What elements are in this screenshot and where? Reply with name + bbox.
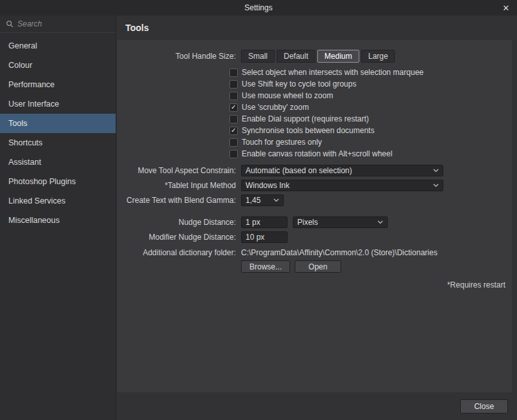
checkbox-dial-support[interactable]: Enable Dial support (requires restart) bbox=[229, 113, 512, 125]
search-icon bbox=[6, 20, 14, 28]
dropdown-value: Automatic (based on selection) bbox=[246, 166, 429, 175]
checkbox-scrubby-zoom[interactable]: ✓ Use 'scrubby' zoom bbox=[229, 101, 512, 113]
checkbox-canvas-rotation-alt-scroll[interactable]: Enable canvas rotation with Alt+scroll w… bbox=[229, 148, 512, 160]
checkbox-box[interactable]: ✓ bbox=[229, 127, 238, 135]
window-title: Settings bbox=[244, 3, 272, 12]
modifier-nudge-label: Modifier Nudge Distance: bbox=[117, 233, 241, 242]
blend-gamma-dropdown[interactable]: 1,45 bbox=[241, 194, 284, 206]
modifier-nudge-row: Modifier Nudge Distance: bbox=[117, 231, 512, 243]
move-tool-aspect-row: Move Tool Aspect Constrain: Automatic (b… bbox=[117, 165, 512, 176]
sidebar-item-performance[interactable]: Performance bbox=[0, 75, 116, 94]
checkbox-shift-cycle-tools[interactable]: Use Shift key to cycle tool groups bbox=[229, 78, 512, 90]
tool-handle-size-small[interactable]: Small bbox=[241, 50, 275, 63]
sidebar-item-tools[interactable]: Tools bbox=[0, 114, 116, 133]
dictionary-folder-path: C:\ProgramData\Affinity\Common\2.0 (Stor… bbox=[241, 248, 438, 257]
checkbox-label: Enable Dial support (requires restart) bbox=[242, 114, 369, 123]
blend-gamma-row: Create Text with Blend Gamma: 1,45 bbox=[117, 194, 512, 206]
tool-handle-size-large[interactable]: Large bbox=[361, 50, 396, 63]
move-tool-aspect-dropdown[interactable]: Automatic (based on selection) bbox=[241, 165, 443, 176]
tool-handle-size-segmented: Small Default Medium Large bbox=[241, 50, 395, 63]
nudge-distance-input[interactable] bbox=[241, 216, 288, 228]
search-input[interactable] bbox=[17, 19, 110, 28]
requires-restart-note: *Requires restart bbox=[117, 280, 512, 289]
open-button[interactable]: Open bbox=[295, 260, 341, 273]
sidebar-list: General Colour Performance User Interfac… bbox=[0, 33, 116, 230]
checkbox-box[interactable] bbox=[229, 68, 238, 77]
checkbox-sync-tools-documents[interactable]: ✓ Synchronise tools between documents bbox=[229, 125, 512, 136]
checkbox-box[interactable] bbox=[229, 80, 238, 89]
checkbox-touch-gestures-only[interactable]: Touch for gestures only bbox=[229, 136, 512, 148]
checkbox-mouse-wheel-zoom[interactable]: Use mouse wheel to zoom bbox=[229, 90, 512, 101]
dictionary-folder-row: Additional dictionary folder: C:\Program… bbox=[117, 248, 512, 257]
tool-handle-size-label: Tool Handle Size: bbox=[117, 52, 241, 61]
checkbox-label: Use mouse wheel to zoom bbox=[242, 91, 333, 100]
checkbox-box[interactable]: ✓ bbox=[229, 103, 238, 112]
checkbox-box[interactable] bbox=[229, 138, 238, 147]
sidebar-item-colour[interactable]: Colour bbox=[0, 56, 116, 75]
sidebar-item-photoshop-plugins[interactable]: Photoshop Plugins bbox=[0, 172, 116, 191]
checkbox-select-object-intersects[interactable]: Select object when intersects with selec… bbox=[229, 67, 512, 78]
sidebar-item-linked-services[interactable]: Linked Services bbox=[0, 191, 116, 211]
dialog-footer: Close bbox=[116, 392, 517, 420]
dictionary-buttons-row: Browse... Open bbox=[241, 260, 512, 273]
nudge-distance-row: Nudge Distance: Pixels bbox=[117, 216, 512, 228]
checkbox-box[interactable] bbox=[229, 150, 238, 158]
chevron-down-icon bbox=[433, 184, 439, 187]
sidebar-item-shortcuts[interactable]: Shortcuts bbox=[0, 133, 116, 152]
checkbox-label: Select object when intersects with selec… bbox=[242, 68, 423, 77]
tool-handle-size-row: Tool Handle Size: Small Default Medium L… bbox=[117, 50, 512, 63]
dropdown-value: Windows Ink bbox=[246, 181, 429, 190]
checkbox-box[interactable] bbox=[229, 92, 238, 100]
chevron-down-icon bbox=[377, 220, 383, 224]
close-icon[interactable]: ✕ bbox=[495, 0, 517, 16]
tablet-input-row: *Tablet Input Method Windows Ink bbox=[117, 180, 512, 191]
sidebar-item-user-interface[interactable]: User Interface bbox=[0, 94, 116, 114]
dropdown-value: 1,45 bbox=[246, 196, 269, 205]
title-bar: Settings ✕ bbox=[0, 0, 517, 16]
checkbox-box[interactable] bbox=[229, 115, 238, 123]
tablet-input-label: *Tablet Input Method bbox=[117, 181, 241, 190]
checkbox-label: Touch for gestures only bbox=[242, 138, 322, 147]
checkbox-label: Enable canvas rotation with Alt+scroll w… bbox=[242, 149, 392, 158]
tool-handle-size-default[interactable]: Default bbox=[277, 50, 315, 63]
checkbox-label: Synchronise tools between documents bbox=[242, 126, 374, 135]
tools-settings-panel: Tool Handle Size: Small Default Medium L… bbox=[117, 40, 512, 392]
page-title: Tools bbox=[116, 16, 517, 40]
tool-handle-size-medium[interactable]: Medium bbox=[317, 50, 359, 63]
nudge-unit-dropdown[interactable]: Pixels bbox=[293, 216, 388, 228]
close-button[interactable]: Close bbox=[460, 399, 508, 414]
search-box[interactable] bbox=[0, 16, 116, 33]
move-tool-aspect-label: Move Tool Aspect Constrain: bbox=[117, 166, 241, 175]
browse-button[interactable]: Browse... bbox=[241, 260, 290, 273]
dictionary-folder-label: Additional dictionary folder: bbox=[117, 248, 241, 257]
blend-gamma-label: Create Text with Blend Gamma: bbox=[117, 196, 241, 205]
sidebar-item-assistant[interactable]: Assistant bbox=[0, 152, 116, 172]
chevron-down-icon bbox=[273, 198, 279, 202]
settings-window: Settings ✕ General Colour Performance Us… bbox=[0, 0, 517, 420]
modifier-nudge-input[interactable] bbox=[241, 231, 288, 243]
chevron-down-icon bbox=[433, 169, 439, 173]
checkbox-label: Use Shift key to cycle tool groups bbox=[242, 79, 356, 89]
tablet-input-dropdown[interactable]: Windows Ink bbox=[241, 180, 443, 191]
sidebar-item-miscellaneous[interactable]: Miscellaneous bbox=[0, 211, 116, 230]
sidebar: General Colour Performance User Interfac… bbox=[0, 16, 116, 420]
content-area: Tools Tool Handle Size: Small Default Me… bbox=[116, 16, 517, 420]
sidebar-item-general[interactable]: General bbox=[0, 36, 116, 56]
nudge-distance-label: Nudge Distance: bbox=[117, 218, 241, 227]
dropdown-value: Pixels bbox=[297, 218, 374, 227]
checkbox-label: Use 'scrubby' zoom bbox=[242, 103, 309, 112]
